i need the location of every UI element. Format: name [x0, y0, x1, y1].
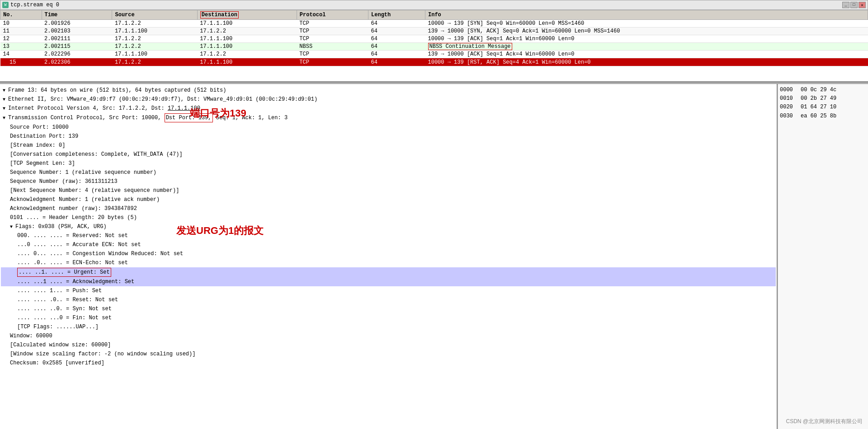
close-button[interactable]: ✕: [859, 2, 866, 8]
tree-item-accurate-ecn: ...0 .... .... = Accurate ECN: Not set: [1, 240, 776, 249]
expand-icon[interactable]: [3, 115, 8, 121]
minimize-button[interactable]: _: [842, 2, 849, 8]
tree-item-syn: .... .... ..0. = Syn: Not set: [1, 304, 776, 313]
expand-icon[interactable]: [3, 87, 8, 93]
tree-item-next-seq: [Next Sequence Number: 4 (relative seque…: [1, 186, 776, 195]
packet-table: No. Time Source Destination Protocol Len…: [0, 10, 868, 66]
tree-item-fin: .... .... ...0 = Fin: Not set: [1, 313, 776, 322]
table-row[interactable]: ↳ 152.02230617.1.2.217.1.1.100TCP6410000…: [0, 58, 868, 66]
tree-item-checksum: Checksum: 0x2585 [unverified]: [1, 359, 776, 368]
tree-item-tcp-flags: [TCP Flags: ......UAP...]: [1, 322, 776, 331]
hex-bytes: 00 0c 29 4c: [801, 86, 846, 94]
col-time[interactable]: Time: [42, 10, 112, 20]
detail-pane: 端口号为139 发送URG为1的报文 Frame 13: 64 bytes on…: [0, 84, 868, 429]
packet-table-container: No. Time Source Destination Protocol Len…: [0, 10, 868, 82]
col-protocol[interactable]: Protocol: [297, 10, 368, 20]
tree-item-push: .... .... 1... = Push: Set: [1, 286, 776, 295]
maximize-button[interactable]: □: [850, 2, 858, 8]
col-no[interactable]: No.: [0, 10, 42, 20]
hex-bytes: 00 2b 27 49: [801, 94, 846, 103]
window-controls[interactable]: _ □ ✕: [842, 2, 866, 8]
hex-offset: 0030: [780, 112, 797, 121]
hex-bytes: ea 60 25 8b: [801, 112, 846, 121]
expand-icon[interactable]: [10, 224, 15, 230]
tree-item-window-scale: [Window size scaling factor: -2 (no wind…: [1, 350, 776, 359]
title-bar-left: W tcp.stream eq 0: [2, 2, 59, 8]
tree-item-header-len: 0101 .... = Header Length: 20 bytes (5): [1, 213, 776, 222]
tree-item-window: Window: 60000: [1, 331, 776, 340]
tree-item-ecn-echo: .... .0.. .... = ECN-Echo: Not set: [1, 258, 776, 267]
tree-item-seq-num: Sequence Number: 1 (relative sequence nu…: [1, 168, 776, 177]
hex-bytes: 01 64 27 10: [801, 103, 846, 112]
tree-item-tcp[interactable]: Transmission Control Protocol, Src Port:…: [1, 113, 776, 123]
annotation-port: 端口号为139: [190, 107, 246, 120]
tree-item-ethernet[interactable]: Ethernet II, Src: VMware_49:d9:f7 (00:0c…: [1, 95, 776, 104]
tree-item-ack-flag: .... ...1 .... = Acknowledgment: Set: [1, 277, 776, 286]
tree-item-urgent: .... ..1. .... = Urgent: Set: [1, 267, 776, 277]
table-row[interactable]: 122.00211117.1.2.217.1.1.100TCP6410000 →…: [0, 35, 868, 43]
tree-item-cwr: .... 0... .... = Congestion Window Reduc…: [1, 249, 776, 258]
tree-item-ack-raw: Acknowledgment number (raw): 3943847892: [1, 204, 776, 213]
tree-item-ack-num: Acknowledgment Number: 1 (relative ack n…: [1, 195, 776, 204]
tree-item-conv-comp: [Conversation completeness: Complete, WI…: [1, 150, 776, 159]
expand-icon[interactable]: [3, 96, 8, 103]
hex-row: 002001 64 27 10: [780, 103, 866, 112]
expand-icon[interactable]: [3, 105, 8, 112]
window-title: tcp.stream eq 0: [10, 2, 59, 8]
hex-offset: 0020: [780, 103, 797, 112]
table-row[interactable]: 112.00210317.1.1.10017.1.2.2TCP64139 → 1…: [0, 28, 868, 35]
tree-item-flags[interactable]: Flags: 0x038 (PSH, ACK, URG): [1, 222, 776, 231]
tree-item-reserved: 000. .... .... = Reserved: Not set: [1, 231, 776, 240]
col-source[interactable]: Source: [112, 10, 197, 20]
tree-item-stream-idx: [Stream index: 0]: [1, 141, 776, 150]
hex-pane: 000000 0c 29 4c001000 2b 27 49002001 64 …: [778, 84, 868, 429]
col-length[interactable]: Length: [368, 10, 425, 20]
packet-detail-tree[interactable]: 端口号为139 发送URG为1的报文 Frame 13: 64 bytes on…: [0, 84, 778, 429]
tree-item-calc-window: [Calculated window size: 60000]: [1, 340, 776, 350]
tree-item-ip[interactable]: Internet Protocol Version 4, Src: 17.1.2…: [1, 104, 776, 113]
table-row[interactable]: 142.02229617.1.1.10017.1.2.2TCP64139 → 1…: [0, 51, 868, 58]
tree-item-tcp-seg-len: [TCP Segment Len: 3]: [1, 159, 776, 168]
tree-item-frame[interactable]: Frame 13: 64 bytes on wire (512 bits), 6…: [1, 86, 776, 95]
tree-item-reset: .... .... .0.. = Reset: Not set: [1, 295, 776, 304]
hex-offset: 0000: [780, 86, 797, 94]
table-row[interactable]: 132.00211517.1.2.217.1.1.100NBSS64NBSS C…: [0, 43, 868, 51]
watermark: CSDN @北京网测科技有限公司: [786, 418, 863, 425]
table-row[interactable]: 102.00192617.1.2.217.1.1.100TCP6410000 →…: [0, 20, 868, 28]
annotation-urg: 发送URG为1的报文: [176, 224, 264, 238]
tree-item-dst-port: Destination Port: 139: [1, 132, 776, 141]
col-info[interactable]: Info: [425, 10, 868, 20]
hex-row: 001000 2b 27 49: [780, 94, 866, 103]
app-icon: W: [2, 2, 9, 8]
hex-row: 000000 0c 29 4c: [780, 86, 866, 94]
title-bar: W tcp.stream eq 0 _ □ ✕: [0, 0, 868, 10]
tree-item-src-port: Source Port: 10000: [1, 123, 776, 132]
hex-row: 0030ea 60 25 8b: [780, 112, 866, 121]
tree-item-seq-raw: Sequence Number (raw): 3611311213: [1, 177, 776, 186]
hex-offset: 0010: [780, 94, 797, 103]
col-destination[interactable]: Destination: [197, 10, 297, 20]
